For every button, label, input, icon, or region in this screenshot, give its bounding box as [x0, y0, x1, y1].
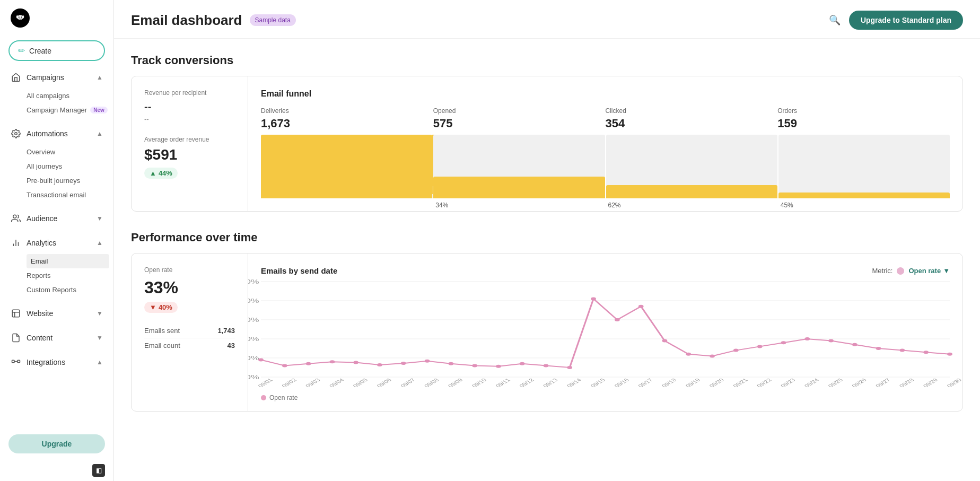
emails-sent-row: Emails sent 1,743 — [144, 323, 235, 338]
x-label: 09/24 — [803, 378, 820, 388]
upgrade-standard-button[interactable]: Upgrade to Standard plan — [849, 11, 963, 30]
nav-section-analytics: Analytics ▲ Email Reports Custom Reports — [0, 231, 113, 301]
opened-label: Opened — [433, 107, 606, 115]
chart-title: Emails by send date — [261, 266, 337, 275]
nav-website[interactable]: Website ▼ — [0, 303, 113, 323]
x-label: 09/06 — [375, 378, 392, 388]
sidebar-item-overview[interactable]: Overview — [27, 145, 113, 159]
analytics-chevron: ▲ — [97, 239, 103, 247]
sidebar-footer: ◧ — [0, 460, 113, 481]
chart-dot — [472, 364, 477, 367]
chart-dot — [923, 351, 929, 354]
chart-dot — [330, 360, 335, 363]
sidebar-item-email[interactable]: Email — [27, 254, 109, 268]
sidebar-item-campaign-manager[interactable]: Campaign Manager New — [27, 103, 113, 117]
funnel-labels-row: Deliveries 1,673 Opened 575 Clicked 354 … — [261, 107, 950, 135]
campaigns-icon — [11, 72, 21, 83]
funnel-col-deliveries: Deliveries 1,673 — [261, 107, 433, 135]
sidebar-toggle-button[interactable]: ◧ — [92, 464, 105, 477]
sidebar-item-all-journeys[interactable]: All journeys — [27, 159, 113, 173]
metric-value-text: Open rate — [908, 267, 941, 275]
nav-content[interactable]: Content ▼ — [0, 328, 113, 348]
funnel-col-clicked: Clicked 354 — [606, 107, 778, 135]
sidebar-item-all-campaigns[interactable]: All campaigns — [27, 89, 113, 103]
x-label: 09/15 — [589, 378, 607, 388]
sidebar-item-custom-reports[interactable]: Custom Reports — [27, 283, 113, 297]
content-chevron: ▼ — [97, 334, 103, 342]
svg-text:0%: 0% — [248, 374, 259, 380]
analytics-icon — [11, 238, 21, 248]
open-rate-change: ▼ 40% — [144, 302, 178, 313]
sample-data-badge: Sample data — [250, 14, 296, 26]
x-label: 09/07 — [399, 378, 416, 388]
create-button[interactable]: ✏ Create — [8, 40, 105, 61]
automations-chevron: ▲ — [97, 130, 103, 137]
sidebar-item-pre-built-journeys[interactable]: Pre-built journeys — [27, 173, 113, 188]
x-label: 09/05 — [352, 378, 369, 388]
chart-dot — [425, 360, 430, 363]
opened-value: 575 — [433, 117, 606, 130]
nav-analytics[interactable]: Analytics ▲ — [0, 233, 113, 253]
avg-order-label: Average order revenue — [144, 136, 235, 143]
chart-dot — [377, 363, 382, 366]
chart-dot — [686, 353, 691, 356]
nav-integrations[interactable]: Integrations ▲ — [0, 352, 113, 372]
search-icon[interactable]: 🔍 — [829, 14, 841, 26]
chart-dot — [757, 345, 763, 348]
integrations-label: Integrations — [27, 358, 65, 366]
sidebar-item-reports[interactable]: Reports — [27, 268, 113, 283]
nav-section-website: Website ▼ — [0, 301, 113, 326]
track-conversions-title: Track conversions — [131, 54, 963, 67]
x-label: 09/28 — [898, 378, 915, 388]
chart-dot — [876, 347, 881, 350]
campaigns-label: Campaigns — [27, 73, 64, 82]
sidebar-item-transactional-email[interactable]: Transactional email — [27, 188, 113, 202]
svg-point-4 — [16, 15, 18, 19]
funnel-bar-orders: 45% — [778, 135, 950, 198]
website-chevron: ▼ — [97, 310, 103, 317]
transactional-email-label: Transactional email — [27, 191, 86, 199]
clicked-pct: 62% — [606, 202, 777, 209]
metric-value[interactable]: Open rate ▼ — [908, 267, 950, 275]
nav-campaigns[interactable]: Campaigns ▲ — [0, 67, 113, 88]
nav-section-automations: Automations ▲ Overview All journeys Pre-… — [0, 121, 113, 206]
track-left: Revenue per recipient -- -- Average orde… — [132, 76, 248, 211]
funnel-col-orders: Orders 159 — [777, 107, 950, 135]
main-content: Email dashboard Sample data 🔍 Upgrade to… — [114, 0, 980, 481]
open-rate-label: Open rate — [144, 266, 235, 274]
top-bar: Email dashboard Sample data 🔍 Upgrade to… — [114, 0, 980, 39]
chart-dot — [947, 353, 952, 356]
analytics-label: Analytics — [27, 239, 56, 247]
chart-dot — [353, 361, 358, 364]
website-icon — [11, 308, 21, 319]
metric-selector[interactable]: Metric: Open rate ▼ — [872, 267, 950, 275]
chart-dot — [781, 341, 786, 344]
funnel-bar-opened: 34% — [433, 135, 605, 198]
chevron-down-icon: ▼ — [943, 267, 950, 275]
chart-dot — [544, 364, 549, 367]
create-label: Create — [29, 47, 51, 55]
website-label: Website — [27, 309, 53, 318]
svg-text:50%: 50% — [248, 355, 259, 361]
chart-dot — [567, 366, 572, 369]
nav-audience[interactable]: Audience ▼ — [0, 208, 113, 229]
audience-label: Audience — [27, 214, 57, 223]
chart-dot — [710, 354, 715, 357]
performance-title: Performance over time — [131, 231, 963, 244]
chart-dot — [448, 362, 453, 365]
email-count-value: 43 — [228, 342, 235, 349]
email-count-label: Email count — [144, 342, 180, 349]
emails-sent-label: Emails sent — [144, 327, 180, 335]
funnel-bars: 34% 62% 45% — [261, 135, 950, 198]
app-logo — [11, 8, 30, 28]
nav-automations[interactable]: Automations ▲ — [0, 124, 113, 144]
campaign-manager-label: Campaign Manager — [27, 106, 87, 114]
overview-label: Overview — [27, 148, 55, 156]
automations-sub-items: Overview All journeys Pre-built journeys… — [0, 144, 113, 204]
x-label: 09/20 — [707, 378, 725, 388]
nav-section-audience: Audience ▼ — [0, 206, 113, 231]
x-label: 09/22 — [755, 378, 773, 388]
nav-section-integrations: Integrations ▲ — [0, 350, 113, 374]
upgrade-button[interactable]: Upgrade — [8, 434, 105, 453]
x-label: 09/19 — [684, 378, 702, 388]
